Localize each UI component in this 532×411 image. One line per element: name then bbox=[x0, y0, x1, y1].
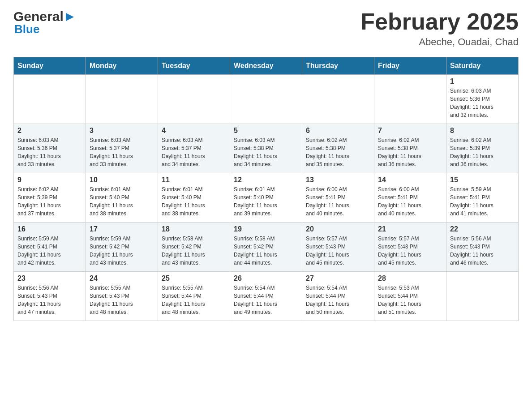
day-info: Sunrise: 5:57 AMSunset: 5:43 PMDaylight:… bbox=[306, 235, 370, 267]
calendar-cell-w3-d6: 14Sunrise: 6:00 AMSunset: 5:41 PMDayligh… bbox=[374, 173, 446, 223]
day-number: 19 bbox=[234, 225, 298, 233]
header-sunday: Sunday bbox=[14, 57, 86, 75]
day-number: 13 bbox=[306, 176, 370, 184]
logo-blue-label: Blue bbox=[13, 22, 39, 36]
day-number: 28 bbox=[378, 274, 442, 283]
day-info: Sunrise: 6:03 AMSunset: 5:36 PMDaylight:… bbox=[17, 136, 82, 168]
day-number: 16 bbox=[17, 225, 82, 233]
day-info: Sunrise: 5:54 AMSunset: 5:44 PMDaylight:… bbox=[234, 284, 298, 316]
calendar-body: 1Sunrise: 6:03 AMSunset: 5:36 PMDaylight… bbox=[14, 75, 519, 321]
day-info: Sunrise: 5:59 AMSunset: 5:41 PMDaylight:… bbox=[17, 235, 82, 267]
day-number: 3 bbox=[90, 127, 154, 135]
day-info: Sunrise: 5:53 AMSunset: 5:44 PMDaylight:… bbox=[378, 284, 442, 316]
calendar-cell-w5-d4: 26Sunrise: 5:54 AMSunset: 5:44 PMDayligh… bbox=[230, 272, 302, 321]
calendar-table: Sunday Monday Tuesday Wednesday Thursday… bbox=[13, 57, 519, 321]
svg-marker-0 bbox=[66, 13, 74, 21]
calendar-cell-w3-d5: 13Sunrise: 6:00 AMSunset: 5:41 PMDayligh… bbox=[302, 173, 374, 223]
day-info: Sunrise: 5:58 AMSunset: 5:42 PMDaylight:… bbox=[162, 235, 226, 267]
calendar-cell-w3-d3: 11Sunrise: 6:01 AMSunset: 5:40 PMDayligh… bbox=[158, 173, 230, 223]
week-row-1: 1Sunrise: 6:03 AMSunset: 5:36 PMDaylight… bbox=[14, 75, 519, 124]
calendar-cell-w3-d2: 10Sunrise: 6:01 AMSunset: 5:40 PMDayligh… bbox=[86, 173, 158, 223]
calendar-cell-w4-d1: 16Sunrise: 5:59 AMSunset: 5:41 PMDayligh… bbox=[14, 223, 86, 272]
day-info: Sunrise: 6:03 AMSunset: 5:37 PMDaylight:… bbox=[90, 136, 154, 168]
title-section: February 2025 Abeche, Ouadai, Chad bbox=[360, 9, 519, 48]
day-number: 26 bbox=[234, 274, 298, 283]
calendar-cell-w3-d7: 15Sunrise: 5:59 AMSunset: 5:41 PMDayligh… bbox=[446, 173, 519, 223]
day-info: Sunrise: 5:55 AMSunset: 5:43 PMDaylight:… bbox=[90, 284, 154, 316]
day-info: Sunrise: 5:56 AMSunset: 5:43 PMDaylight:… bbox=[17, 284, 82, 316]
day-number: 20 bbox=[306, 225, 370, 233]
day-info: Sunrise: 6:01 AMSunset: 5:40 PMDaylight:… bbox=[90, 185, 154, 218]
day-info: Sunrise: 6:02 AMSunset: 5:38 PMDaylight:… bbox=[378, 136, 442, 168]
logo-blue-text: Blue bbox=[14, 22, 39, 36]
day-info: Sunrise: 5:59 AMSunset: 5:41 PMDaylight:… bbox=[450, 185, 515, 218]
calendar-cell-w2-d5: 6Sunrise: 6:02 AMSunset: 5:38 PMDaylight… bbox=[302, 124, 374, 173]
day-number: 8 bbox=[450, 127, 515, 135]
calendar-cell-w1-d2 bbox=[86, 75, 158, 124]
day-number: 10 bbox=[90, 176, 154, 184]
calendar-cell-w5-d5: 27Sunrise: 5:54 AMSunset: 5:44 PMDayligh… bbox=[302, 272, 374, 321]
day-number: 2 bbox=[17, 127, 82, 135]
calendar-cell-w1-d6 bbox=[374, 75, 446, 124]
header-thursday: Thursday bbox=[302, 57, 374, 75]
day-number: 17 bbox=[90, 225, 154, 233]
day-number: 6 bbox=[306, 127, 370, 135]
calendar-cell-w2-d1: 2Sunrise: 6:03 AMSunset: 5:36 PMDaylight… bbox=[14, 124, 86, 173]
day-info: Sunrise: 5:59 AMSunset: 5:42 PMDaylight:… bbox=[90, 235, 154, 267]
day-number: 9 bbox=[17, 176, 82, 184]
day-info: Sunrise: 6:01 AMSunset: 5:40 PMDaylight:… bbox=[162, 185, 226, 218]
day-info: Sunrise: 6:00 AMSunset: 5:41 PMDaylight:… bbox=[306, 185, 370, 218]
day-info: Sunrise: 6:02 AMSunset: 5:38 PMDaylight:… bbox=[306, 136, 370, 168]
calendar-cell-w4-d5: 20Sunrise: 5:57 AMSunset: 5:43 PMDayligh… bbox=[302, 223, 374, 272]
calendar-cell-w2-d3: 4Sunrise: 6:03 AMSunset: 5:37 PMDaylight… bbox=[158, 124, 230, 173]
calendar-cell-w2-d4: 5Sunrise: 6:03 AMSunset: 5:38 PMDaylight… bbox=[230, 124, 302, 173]
day-info: Sunrise: 6:00 AMSunset: 5:41 PMDaylight:… bbox=[378, 185, 442, 218]
day-number: 23 bbox=[17, 274, 82, 283]
day-number: 27 bbox=[306, 274, 370, 283]
day-number: 15 bbox=[450, 176, 515, 184]
week-row-5: 23Sunrise: 5:56 AMSunset: 5:43 PMDayligh… bbox=[14, 272, 519, 321]
calendar-cell-w4-d2: 17Sunrise: 5:59 AMSunset: 5:42 PMDayligh… bbox=[86, 223, 158, 272]
calendar-cell-w4-d6: 21Sunrise: 5:57 AMSunset: 5:43 PMDayligh… bbox=[374, 223, 446, 272]
day-info: Sunrise: 6:02 AMSunset: 5:39 PMDaylight:… bbox=[17, 185, 82, 218]
calendar-cell-w3-d4: 12Sunrise: 6:01 AMSunset: 5:40 PMDayligh… bbox=[230, 173, 302, 223]
day-info: Sunrise: 5:57 AMSunset: 5:43 PMDaylight:… bbox=[378, 235, 442, 267]
logo-general-text: General bbox=[13, 9, 64, 24]
calendar-title: February 2025 bbox=[360, 9, 519, 34]
calendar-cell-w4-d3: 18Sunrise: 5:58 AMSunset: 5:42 PMDayligh… bbox=[158, 223, 230, 272]
day-number: 24 bbox=[90, 274, 154, 283]
calendar-cell-w4-d4: 19Sunrise: 5:58 AMSunset: 5:42 PMDayligh… bbox=[230, 223, 302, 272]
day-info: Sunrise: 6:02 AMSunset: 5:39 PMDaylight:… bbox=[450, 136, 515, 168]
week-row-2: 2Sunrise: 6:03 AMSunset: 5:36 PMDaylight… bbox=[14, 124, 519, 173]
calendar-cell-w5-d2: 24Sunrise: 5:55 AMSunset: 5:43 PMDayligh… bbox=[86, 272, 158, 321]
day-number: 11 bbox=[162, 176, 226, 184]
logo-text: General bbox=[13, 9, 74, 24]
calendar-cell-w4-d7: 22Sunrise: 5:56 AMSunset: 5:43 PMDayligh… bbox=[446, 223, 519, 272]
day-number: 25 bbox=[162, 274, 226, 283]
week-row-4: 16Sunrise: 5:59 AMSunset: 5:41 PMDayligh… bbox=[14, 223, 519, 272]
calendar-cell-w5-d7 bbox=[446, 272, 519, 321]
day-number: 21 bbox=[378, 225, 442, 233]
logo: General Blue bbox=[13, 9, 74, 36]
day-number: 5 bbox=[234, 127, 298, 135]
day-info: Sunrise: 5:58 AMSunset: 5:42 PMDaylight:… bbox=[234, 235, 298, 267]
calendar-subtitle: Abeche, Ouadai, Chad bbox=[360, 36, 519, 48]
calendar-cell-w5-d6: 28Sunrise: 5:53 AMSunset: 5:44 PMDayligh… bbox=[374, 272, 446, 321]
header-friday: Friday bbox=[374, 57, 446, 75]
calendar-cell-w5-d3: 25Sunrise: 5:55 AMSunset: 5:44 PMDayligh… bbox=[158, 272, 230, 321]
day-info: Sunrise: 6:01 AMSunset: 5:40 PMDaylight:… bbox=[234, 185, 298, 218]
calendar-cell-w1-d5 bbox=[302, 75, 374, 124]
day-info: Sunrise: 6:03 AMSunset: 5:38 PMDaylight:… bbox=[234, 136, 298, 168]
calendar-cell-w1-d1 bbox=[14, 75, 86, 124]
day-number: 14 bbox=[378, 176, 442, 184]
header-saturday: Saturday bbox=[446, 57, 519, 75]
day-info: Sunrise: 5:54 AMSunset: 5:44 PMDaylight:… bbox=[306, 284, 370, 316]
day-number: 22 bbox=[450, 225, 515, 233]
day-info: Sunrise: 6:03 AMSunset: 5:37 PMDaylight:… bbox=[162, 136, 226, 168]
day-number: 18 bbox=[162, 225, 226, 233]
day-number: 4 bbox=[162, 127, 226, 135]
calendar-header: Sunday Monday Tuesday Wednesday Thursday… bbox=[14, 57, 519, 75]
calendar-cell-w1-d3 bbox=[158, 75, 230, 124]
calendar-cell-w5-d1: 23Sunrise: 5:56 AMSunset: 5:43 PMDayligh… bbox=[14, 272, 86, 321]
day-info: Sunrise: 5:56 AMSunset: 5:43 PMDaylight:… bbox=[450, 235, 515, 267]
